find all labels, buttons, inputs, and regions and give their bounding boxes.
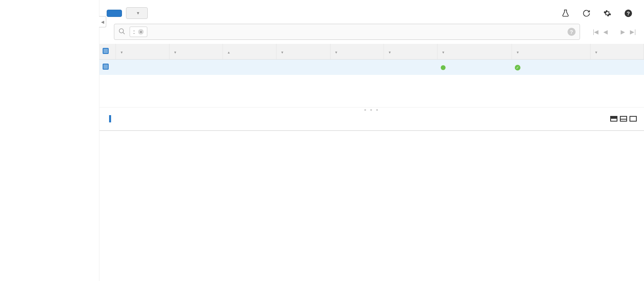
svg-point-2 — [119, 29, 124, 33]
layout-top-icon[interactable] — [610, 116, 617, 122]
col-state[interactable]: ▾ — [438, 44, 512, 60]
col-az[interactable]: ▾ — [384, 44, 437, 60]
status-check-icon: ✓ — [515, 65, 520, 70]
cell-size — [169, 60, 223, 75]
pagination: |◀ ◀ ▶ ▶| — [592, 29, 637, 35]
col-created[interactable]: ▾ — [330, 44, 384, 60]
svg-text:?: ? — [627, 10, 630, 16]
detail-header — [99, 112, 644, 126]
search-filter-tag[interactable]: : ✕ — [130, 27, 147, 37]
layout-split-icon[interactable] — [620, 116, 627, 122]
detail-tabs — [99, 126, 644, 131]
page-first-icon[interactable]: |◀ — [592, 29, 600, 35]
col-size[interactable]: ▾ — [169, 44, 223, 60]
gear-icon[interactable] — [603, 9, 612, 18]
detail-body — [99, 131, 644, 145]
toolbar: ▼ ? — [99, 0, 644, 24]
cell-state — [438, 60, 512, 75]
actions-button[interactable]: ▼ — [126, 7, 148, 19]
cell-volume-type — [223, 60, 277, 75]
cell-volume-id — [116, 60, 169, 75]
refresh-icon[interactable] — [582, 9, 591, 18]
row-checkbox[interactable] — [103, 64, 109, 70]
cell-encrypted — [590, 60, 644, 75]
page-next-icon[interactable]: ▶ — [620, 29, 626, 35]
search-filter-bar[interactable]: : ✕ ? — [114, 24, 580, 40]
status-dot-icon — [441, 65, 446, 70]
col-volume-id[interactable]: ▾ — [116, 44, 169, 60]
experiment-icon[interactable] — [561, 9, 570, 18]
chevron-down-icon: ▼ — [136, 11, 140, 15]
page-prev-icon[interactable]: ◀ — [603, 29, 609, 35]
sidebar — [0, 0, 99, 281]
search-help-icon[interactable]: ? — [568, 28, 576, 36]
volumes-table: ▾ ▾ ▴ ▾ ▾ ▾ ▾ ▾ ▾ — [99, 44, 644, 75]
col-volume-type[interactable]: ▴ — [223, 44, 277, 60]
col-volume-status[interactable]: ▾ — [512, 44, 590, 60]
remove-filter-icon[interactable]: ✕ — [138, 29, 144, 35]
col-iops[interactable]: ▾ — [277, 44, 330, 60]
page-last-icon[interactable]: ▶| — [629, 29, 637, 35]
help-icon[interactable]: ? — [624, 9, 633, 18]
main-panel: ◀ ▼ ? — [99, 0, 644, 281]
detail-accent-bar — [109, 115, 111, 122]
cell-iops — [277, 60, 330, 75]
create-volume-button[interactable] — [107, 10, 122, 17]
layout-full-icon[interactable] — [630, 116, 637, 122]
cell-volume-status: ✓ — [512, 60, 590, 75]
cell-created — [330, 60, 384, 75]
select-all-checkbox[interactable] — [103, 48, 109, 54]
col-encrypted[interactable]: ▾ — [590, 44, 644, 60]
sidebar-collapse-handle[interactable]: ◀ — [99, 16, 106, 27]
panel-splitter[interactable]: ● ● ● — [99, 107, 644, 112]
cell-az — [384, 60, 437, 75]
table-row[interactable]: ✓ — [99, 60, 644, 75]
search-icon — [118, 28, 126, 36]
